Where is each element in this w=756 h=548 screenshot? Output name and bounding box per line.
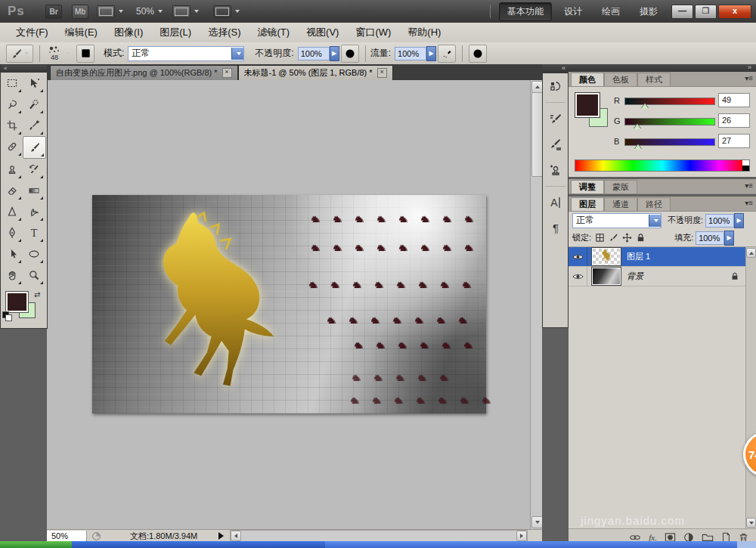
history-brush-tool[interactable] bbox=[23, 159, 45, 180]
crop-tool[interactable] bbox=[1, 115, 23, 136]
layer-visibility-toggle[interactable] bbox=[569, 247, 587, 266]
toggle-brush-panel-button[interactable] bbox=[76, 45, 94, 63]
layer-name[interactable]: 图层 1 bbox=[627, 251, 650, 262]
tab-paths[interactable]: 路径 bbox=[637, 197, 671, 211]
paragraph-panel-button[interactable]: ¶ bbox=[543, 215, 568, 241]
tool-preset-picker[interactable] bbox=[6, 45, 33, 63]
foreground-color-swatch[interactable] bbox=[6, 292, 28, 312]
arrange-documents-button[interactable] bbox=[172, 4, 199, 19]
brush-tool[interactable] bbox=[23, 136, 46, 159]
dock-collapse-header[interactable]: » bbox=[569, 64, 756, 72]
lock-pixels-button[interactable] bbox=[608, 232, 619, 243]
clone-stamp-tool[interactable] bbox=[1, 159, 23, 180]
close-tab-icon[interactable]: × bbox=[222, 68, 232, 78]
foreground-color-swatch[interactable] bbox=[575, 93, 600, 117]
clone-source-panel-button[interactable] bbox=[543, 157, 568, 183]
eraser-tool[interactable] bbox=[1, 180, 23, 201]
brush-panel-button[interactable] bbox=[543, 106, 568, 132]
status-flyout-button[interactable] bbox=[218, 532, 224, 540]
tab-swatches[interactable]: 色板 bbox=[604, 73, 637, 86]
layer-blend-mode-select[interactable]: 正常 bbox=[572, 213, 662, 228]
pressure-size-button[interactable] bbox=[469, 45, 487, 63]
white-swatch[interactable] bbox=[742, 160, 749, 166]
scroll-right-button[interactable] bbox=[516, 531, 527, 541]
layer-row-2[interactable]: 背景 bbox=[569, 267, 756, 286]
workspace-essentials-button[interactable]: 基本功能 bbox=[499, 2, 552, 21]
brush-presets-panel-button[interactable] bbox=[543, 132, 568, 157]
blue-slider-thumb[interactable] bbox=[634, 144, 642, 150]
character-panel-button[interactable]: A bbox=[543, 190, 568, 215]
workspace-painting-button[interactable]: 绘画 bbox=[594, 3, 627, 20]
rectangular-marquee-tool[interactable] bbox=[1, 73, 23, 94]
red-value-input[interactable]: 49 bbox=[718, 93, 750, 107]
menu-help[interactable]: 帮助(H) bbox=[399, 23, 449, 42]
black-swatch[interactable] bbox=[742, 166, 749, 171]
flow-input[interactable]: 100% bbox=[395, 47, 426, 60]
minibridge-icon[interactable]: Mb bbox=[72, 5, 88, 19]
color-spectrum-ramp[interactable] bbox=[575, 159, 750, 172]
move-tool[interactable] bbox=[23, 73, 45, 94]
menu-image[interactable]: 图像(I) bbox=[106, 23, 151, 42]
panel-menu-icon[interactable]: ▾≡ bbox=[745, 181, 753, 190]
swap-colors-icon[interactable]: ⇄ bbox=[34, 290, 40, 299]
history-panel-button[interactable] bbox=[543, 73, 568, 99]
panel-menu-icon[interactable]: ▾≡ bbox=[745, 199, 753, 207]
gradient-tool[interactable] bbox=[23, 180, 45, 201]
document-tab-2[interactable]: 未标题-1 @ 50% (图层 1, RGB/8) * × bbox=[238, 65, 393, 80]
eyedropper-tool[interactable] bbox=[23, 115, 45, 136]
tab-channels[interactable]: 通道 bbox=[604, 197, 637, 211]
layer-row-1[interactable]: 图层 1 bbox=[569, 247, 756, 267]
status-zoom-input[interactable]: 50% bbox=[47, 531, 87, 541]
blend-mode-select[interactable]: 正常 bbox=[128, 46, 244, 61]
opacity-slider-button[interactable]: ▶ bbox=[330, 46, 339, 61]
menu-edit[interactable]: 编辑(E) bbox=[57, 23, 106, 42]
lock-all-button[interactable] bbox=[635, 232, 646, 243]
menu-window[interactable]: 窗口(W) bbox=[347, 23, 399, 42]
bridge-icon[interactable]: Br bbox=[45, 5, 62, 19]
dropdown-button[interactable] bbox=[649, 215, 661, 227]
fill-input[interactable]: 100% bbox=[696, 231, 724, 245]
pressure-opacity-button[interactable] bbox=[341, 45, 359, 63]
lock-position-button[interactable] bbox=[621, 232, 633, 243]
smudge-tool[interactable] bbox=[23, 201, 45, 222]
layers-scrollbar[interactable] bbox=[745, 247, 756, 528]
workspace-design-button[interactable]: 设计 bbox=[556, 3, 590, 20]
panel-menu-icon[interactable]: ▾≡ bbox=[745, 74, 753, 82]
launch-minibridge-button[interactable]: Mb bbox=[72, 4, 88, 19]
start-button[interactable] bbox=[0, 541, 72, 548]
close-tab-icon[interactable]: × bbox=[377, 68, 387, 78]
tab-styles[interactable]: 样式 bbox=[637, 73, 671, 86]
vertical-scrollbar[interactable] bbox=[530, 80, 543, 529]
layer-opacity-slider[interactable]: ▶ bbox=[734, 213, 744, 228]
fill-slider[interactable]: ▶ bbox=[724, 231, 734, 246]
tab-color[interactable]: 颜色 bbox=[571, 73, 604, 86]
zoom-level-button[interactable]: 50% bbox=[136, 4, 163, 19]
canvas-pasteboard[interactable]: ♞♞♞♞♞♞♞♞♞♞♞♞♞♞♞♞♞♞♞♞♞♞♞♞♞♞♞♞♞♞♞♞♞♞♞♞♞♞♞♞… bbox=[47, 80, 530, 529]
menu-filter[interactable]: 滤镜(T) bbox=[249, 23, 298, 42]
flow-slider-button[interactable]: ▶ bbox=[426, 46, 436, 61]
red-slider[interactable] bbox=[624, 98, 715, 105]
layer-thumbnail[interactable] bbox=[592, 248, 621, 265]
blue-value-input[interactable]: 27 bbox=[718, 134, 750, 148]
document-tab-1[interactable]: 自由变换的应用图片.png @ 100%(RGB/8) * × bbox=[50, 65, 238, 80]
close-button[interactable]: x bbox=[718, 5, 751, 19]
scroll-left-button[interactable] bbox=[231, 531, 241, 541]
horizontal-scrollbar[interactable] bbox=[230, 530, 528, 542]
lock-transparency-button[interactable] bbox=[594, 232, 606, 243]
tools-panel-header[interactable]: « bbox=[1, 65, 47, 73]
type-tool[interactable]: T bbox=[23, 222, 45, 243]
layer-name[interactable]: 背景 bbox=[627, 271, 643, 282]
menu-layer[interactable]: 图层(L) bbox=[151, 23, 200, 42]
menu-file[interactable]: 文件(F) bbox=[8, 23, 57, 42]
pen-tool[interactable] bbox=[1, 222, 23, 243]
layer-style-icon[interactable]: fx. bbox=[649, 533, 657, 542]
scroll-up-button[interactable] bbox=[746, 248, 756, 258]
layer-opacity-input[interactable]: 100% bbox=[705, 214, 734, 228]
brush-preset-picker[interactable]: 48 bbox=[48, 45, 61, 61]
system-tray[interactable] bbox=[737, 541, 756, 548]
hand-tool[interactable] bbox=[1, 265, 23, 286]
screen-mode-button[interactable] bbox=[213, 4, 240, 19]
collapse-dock-header[interactable]: « bbox=[542, 64, 569, 73]
zoom-tool[interactable] bbox=[23, 265, 45, 286]
canvas-image[interactable]: ♞♞♞♞♞♞♞♞♞♞♞♞♞♞♞♞♞♞♞♞♞♞♞♞♞♞♞♞♞♞♞♞♞♞♞♞♞♞♞♞… bbox=[92, 195, 486, 413]
